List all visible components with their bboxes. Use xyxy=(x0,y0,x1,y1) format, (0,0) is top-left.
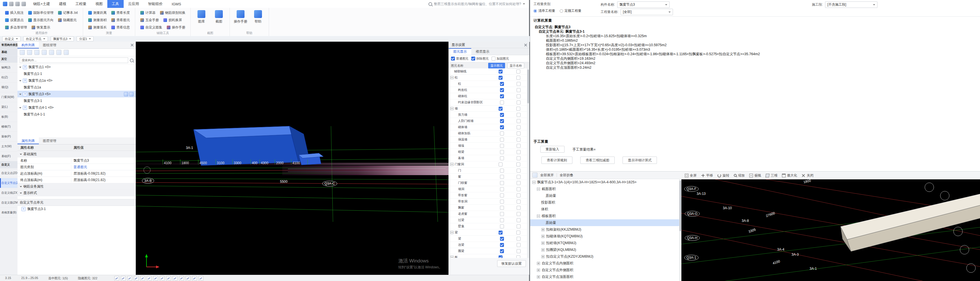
expand-toggle[interactable] xyxy=(537,187,540,191)
favorite-icon[interactable] xyxy=(124,92,128,96)
property-panel-tab-1[interactable]: 属性列表 xyxy=(18,137,39,144)
show-element-checkbox[interactable] xyxy=(499,107,503,111)
show-name-checkbox[interactable] xyxy=(517,150,520,154)
viewer-tool-全屏[interactable]: 全屏 xyxy=(685,173,697,178)
show-name-checkbox[interactable] xyxy=(517,94,520,98)
show-name-checkbox[interactable] xyxy=(517,138,520,141)
show-name-checkbox[interactable] xyxy=(517,119,520,123)
viewer-tool-平移[interactable]: 平移 xyxy=(701,173,713,178)
ribbon-button[interactable]: 显示图元方向 xyxy=(26,17,56,23)
show-detailed-expression-button[interactable]: 显示详细计算式 xyxy=(622,157,657,164)
show-element-checkbox[interactable] xyxy=(500,249,504,253)
ribbon-button[interactable]: 计算器 xyxy=(138,9,158,16)
column-show-element[interactable]: 显示图元 xyxy=(488,63,505,68)
sidebar-item[interactable]: 梁(L) xyxy=(0,102,18,112)
show-element-checkbox[interactable] xyxy=(499,76,503,80)
toolbar-icon[interactable] xyxy=(20,50,25,55)
sidebar-item[interactable]: 装修(P) xyxy=(0,132,18,141)
display-row[interactable]: 门 xyxy=(449,168,527,174)
expand-toggle[interactable] xyxy=(537,214,540,217)
show-name-checkbox[interactable] xyxy=(517,237,520,241)
show-name-checkbox[interactable] xyxy=(517,125,520,129)
show-element-checkbox[interactable] xyxy=(500,156,504,160)
display-row[interactable]: 带形窗 xyxy=(449,192,527,198)
show-name-checkbox[interactable] xyxy=(517,144,520,148)
status-toggle-icon[interactable] xyxy=(140,276,145,281)
show-name-checkbox[interactable] xyxy=(516,256,520,258)
sidebar-item[interactable]: 自定义面(ZM) xyxy=(0,198,18,208)
property-row[interactable]: 终点顶标高(m)层顶标高-0.08(21.82) xyxy=(18,177,136,183)
deduction-tree-item[interactable]: 扣圈梁(KQLMBMJ) xyxy=(530,246,679,253)
redo-icon[interactable] xyxy=(21,2,26,6)
sidebar-item[interactable]: 表格算量(B) xyxy=(0,208,18,217)
show-name-checkbox[interactable] xyxy=(517,156,520,160)
display-row[interactable]: 人防门框墙 xyxy=(449,118,527,124)
reinput-button[interactable]: 重新输入 xyxy=(540,146,565,152)
sidebar-item[interactable]: 基础(F) xyxy=(0,151,18,161)
show-name-checkbox[interactable] xyxy=(517,212,520,216)
expand-toggle[interactable] xyxy=(541,235,544,238)
ribbon-big-button[interactable]: 截图 xyxy=(211,10,227,24)
sidebar-item[interactable]: 门窗洞(M) xyxy=(0,92,18,102)
viewer-tool-缩放[interactable]: 缩放 xyxy=(734,173,745,178)
sidebar-item[interactable]: 轴网(J) xyxy=(0,63,18,73)
sidebar-item[interactable]: 土方(W) xyxy=(0,141,18,151)
ribbon-button[interactable]: 记事本.txt xyxy=(56,9,80,16)
ribbon-button[interactable]: 隐藏图元 xyxy=(56,17,79,23)
ribbon-tab-8[interactable]: IGMS xyxy=(167,0,186,8)
display-row[interactable]: 带形洞 xyxy=(449,198,527,205)
expand-toggle[interactable] xyxy=(450,231,453,234)
show-element-checkbox[interactable] xyxy=(499,230,503,235)
display-row[interactable]: 梁 xyxy=(449,229,527,236)
unit-list-item[interactable]: +飘窗节点3-1 xyxy=(18,206,136,212)
ribbon-button[interactable]: 钢筋级别转换 xyxy=(158,9,188,16)
component-panel-tab-1[interactable]: 构件列表 xyxy=(18,42,39,48)
display-row[interactable]: 砌体柱 xyxy=(449,93,527,99)
sidebar-item[interactable]: 楼梯(T) xyxy=(0,122,18,132)
deduction-tree-item[interactable]: 自定义节点外侧面积 xyxy=(530,267,679,273)
deduction-tree-item[interactable]: 原始量 xyxy=(530,219,679,226)
status-toggle-icon[interactable] xyxy=(127,276,132,281)
show-name-checkbox[interactable] xyxy=(516,70,520,73)
deduction-tree-item[interactable]: 截面面积 xyxy=(530,186,679,192)
property-row[interactable]: 图元类别普通图元 xyxy=(18,164,136,170)
show-element-checkbox[interactable] xyxy=(500,88,504,92)
ribbon-tab-4[interactable]: 视图 xyxy=(91,0,107,8)
sidebar-item[interactable]: 自定义节点(ZJ) xyxy=(0,178,18,188)
sidebar-item[interactable]: 板(B) xyxy=(0,112,18,122)
show-name-checkbox[interactable] xyxy=(517,88,520,92)
collapse-all-button[interactable]: 全部折叠 xyxy=(560,173,573,178)
column-show-name[interactable]: 显示名称 xyxy=(508,63,524,68)
status-toggle-icon[interactable] xyxy=(153,276,158,281)
show-name-checkbox[interactable] xyxy=(517,249,520,253)
show-name-checkbox[interactable] xyxy=(517,113,520,117)
preview3d-canvas[interactable]: 1800Q3A-F3A-133A-10276003A-8Q3A-G3305Q3A… xyxy=(681,179,980,281)
quantity-name-select[interactable]: [全部] xyxy=(620,9,673,15)
show-name-checkbox[interactable] xyxy=(517,200,520,203)
deduction-tree-item[interactable]: 飘窗节点3-1<3A-1(4)+100,3A-H+1825><3A-4-600,… xyxy=(530,179,679,186)
show-element-checkbox[interactable] xyxy=(500,187,504,191)
status-toggle-icon[interactable] xyxy=(121,276,126,281)
show-element-checkbox[interactable] xyxy=(500,181,504,185)
ribbon-button[interactable]: 插入批注 xyxy=(3,9,26,16)
sidebar-item[interactable]: 自定义线(ZX) xyxy=(0,188,18,198)
property-row[interactable]: 起点顶标高(m)层顶标高-0.08(21.82) xyxy=(18,170,136,177)
component-tree-item[interactable]: ?飘窗节点3 <5> xyxy=(18,90,136,97)
display-row[interactable]: 构造柱 xyxy=(449,87,527,93)
status-toggle-icon[interactable] xyxy=(179,276,184,281)
show-element-checkbox[interactable] xyxy=(500,212,504,216)
component-name-select[interactable]: 飘窗节点3 xyxy=(617,2,670,8)
display-row[interactable]: 门窗洞 xyxy=(449,161,527,168)
view-3d-deduction-button[interactable]: 查看三维扣减图 xyxy=(580,157,615,164)
show-element-checkbox[interactable] xyxy=(500,94,504,98)
show-element-checkbox[interactable] xyxy=(499,70,503,73)
ribbon-button[interactable]: 设置原点 xyxy=(3,17,26,23)
deduction-tree-item[interactable]: 原始量 xyxy=(530,192,679,199)
context-dropdown-2[interactable]: 自定义节点 xyxy=(23,37,48,41)
element-filter[interactable]: 普通图元 xyxy=(451,57,468,61)
property-group-row[interactable]: 显示样式 xyxy=(18,190,136,196)
expand-toggle[interactable] xyxy=(450,76,453,79)
show-element-checkbox[interactable] xyxy=(500,150,504,154)
show-name-checkbox[interactable] xyxy=(517,218,520,222)
toolbar-icon[interactable] xyxy=(27,50,32,55)
